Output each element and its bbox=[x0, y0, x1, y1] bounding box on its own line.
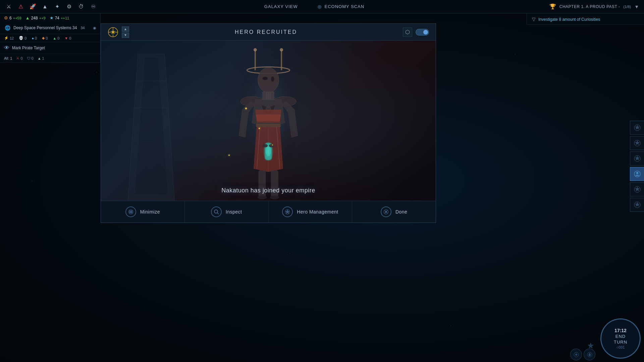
svg-point-17 bbox=[280, 48, 283, 52]
right-icon-1[interactable] bbox=[630, 121, 644, 135]
stat-skull-val: 0 bbox=[24, 36, 26, 40]
stat-circle-icon: ● bbox=[32, 36, 34, 40]
stat-up-val: 0 bbox=[57, 36, 59, 40]
right-icon-2[interactable] bbox=[630, 136, 644, 150]
svg-line-47 bbox=[217, 213, 219, 214]
stat-1: ● 0 bbox=[32, 36, 37, 40]
glow-dot-2 bbox=[259, 128, 260, 129]
diplomacy-icon[interactable]: ♾ bbox=[89, 2, 98, 11]
economy-scan-label: ECONOMY SCAN bbox=[324, 4, 364, 9]
end-turn-count: ○031 bbox=[616, 345, 625, 349]
stats-row: ⚡ 12 💀 0 ● 0 ◆ 0 ▲ 0 ▼ 0 bbox=[0, 34, 100, 42]
pirate-icon: 👁 bbox=[4, 45, 9, 51]
hero-management-button[interactable]: Hero Management bbox=[269, 201, 353, 223]
chapter-progress: (1/8) bbox=[624, 5, 631, 9]
minimize-label: Minimize bbox=[140, 209, 160, 215]
system-name: Deep Space Personnel Systems 34 bbox=[13, 25, 77, 30]
stat-industry-icon: ⚡ bbox=[4, 36, 9, 40]
food-resource: ▲ 248 ++9 bbox=[25, 15, 46, 20]
hero-join-text: Nakatuon has joined your empire bbox=[221, 187, 315, 194]
dialog-logo bbox=[108, 27, 118, 38]
glow-dot-3 bbox=[272, 144, 273, 145]
dialog-header-right: ⬡ bbox=[403, 27, 429, 37]
fleet-defense-icon: 🛡 bbox=[27, 56, 31, 60]
dialog-body: Nakatuon has joined your empire bbox=[101, 41, 436, 201]
hero-figure bbox=[218, 44, 319, 201]
top-bar: ⚔ ⚠ 🚀 ▲ ✦ ⚙ ⏱ ♾ GALAXY VIEW ◎ ECONOMY SC… bbox=[0, 0, 644, 13]
mark-target-label: Mark Pirate Target bbox=[12, 46, 45, 50]
industry-plus: ++59 bbox=[13, 16, 21, 20]
alert-icon[interactable]: ⚠ bbox=[16, 2, 25, 11]
left-ship-object bbox=[118, 47, 185, 201]
svg-rect-31 bbox=[256, 124, 281, 127]
dialog-header-left: ▲ ▼ bbox=[108, 26, 129, 38]
timer-icon[interactable]: ⏱ bbox=[76, 2, 86, 11]
system-count: 34 bbox=[80, 26, 85, 30]
right-icon-6[interactable] bbox=[630, 198, 644, 212]
fleet-icon[interactable]: 🚀 bbox=[28, 2, 38, 11]
hero-icon[interactable]: ✦ bbox=[52, 2, 62, 11]
minimap-circle-1[interactable] bbox=[570, 349, 582, 360]
industry-icon: ⚙ bbox=[4, 15, 8, 20]
svg-point-56 bbox=[636, 172, 638, 174]
corner-icon[interactable] bbox=[586, 341, 595, 350]
food-value: 248 bbox=[31, 16, 38, 20]
svg-point-18 bbox=[258, 68, 279, 93]
galaxy-view-button[interactable]: GALAXY VIEW bbox=[259, 0, 303, 13]
fleet-attack: ⚔ 0 bbox=[16, 56, 22, 60]
stat-skull-icon: 💀 bbox=[19, 36, 23, 40]
units-icon[interactable]: ⚔ bbox=[4, 2, 13, 11]
stat-2: ◆ 0 bbox=[42, 36, 48, 40]
stat-diamond-icon: ◆ bbox=[42, 36, 45, 40]
end-turn-time: 17:12 bbox=[614, 328, 627, 333]
stat-up-icon: ▲ bbox=[53, 36, 56, 40]
top-bar-right: 🏆 CHAPTER 1. A PROUD PAST - (1/8) ▼ bbox=[527, 3, 644, 10]
stat-circle-val: 0 bbox=[35, 36, 37, 40]
fleet-hero-icon: ▲ bbox=[38, 56, 41, 60]
settings-icon[interactable]: ⚙ bbox=[64, 2, 74, 11]
done-button[interactable]: Done bbox=[352, 201, 436, 223]
right-side-icons bbox=[630, 121, 644, 212]
top-bar-center: GALAXY VIEW ◎ ECONOMY SCAN bbox=[102, 0, 527, 13]
svg-point-36 bbox=[262, 144, 268, 147]
hero-management-icon bbox=[282, 206, 293, 217]
nav-up-arrow[interactable]: ▲ bbox=[122, 26, 129, 32]
inspect-button[interactable]: Inspect bbox=[185, 201, 269, 223]
svg-point-20 bbox=[271, 76, 274, 82]
stat-industry: ⚡ 12 bbox=[4, 36, 14, 40]
end-turn-button[interactable]: 17:12 END TURN ○031 bbox=[600, 318, 641, 359]
stat-3: ▲ 0 bbox=[53, 36, 59, 40]
stat-4: ▼ 0 bbox=[64, 36, 71, 40]
industry-resource: ⚙ 6 ++59 bbox=[4, 15, 21, 20]
minimize-icon bbox=[125, 206, 136, 217]
stat-diamond-val: 0 bbox=[46, 36, 48, 40]
dialog-header: ▲ ▼ HERO RECRUITED ⬡ bbox=[101, 24, 436, 41]
svg-point-37 bbox=[269, 144, 274, 147]
minimize-button[interactable]: Minimize bbox=[101, 201, 185, 223]
external-link-button[interactable]: ⬡ bbox=[403, 27, 412, 37]
colony-icon[interactable]: ▲ bbox=[40, 2, 50, 11]
svg-point-46 bbox=[214, 210, 218, 213]
toggle-switch[interactable] bbox=[416, 29, 429, 36]
svg-point-16 bbox=[254, 48, 257, 52]
glow-dot-4 bbox=[228, 155, 230, 156]
nav-down-arrow[interactable]: ▼ bbox=[122, 33, 129, 38]
dialog-footer: Minimize Inspect Hero Management bbox=[101, 201, 436, 223]
resource-bar: ⚙ 6 ++59 ▲ 248 ++9 ★ 74 ++11 bbox=[0, 13, 101, 23]
right-icon-4-active[interactable] bbox=[630, 167, 644, 181]
svg-point-41 bbox=[270, 195, 279, 199]
side-panel: 🌐 Deep Space Personnel Systems 34 34 ◉ ⚡… bbox=[0, 22, 101, 63]
chapter-panel: ▽ Investigate 8 amount of Curiosities bbox=[527, 13, 644, 25]
right-icon-5[interactable] bbox=[630, 182, 644, 196]
system-row[interactable]: 🌐 Deep Space Personnel Systems 34 34 ◉ bbox=[0, 22, 100, 34]
food-plus: ++9 bbox=[39, 16, 46, 20]
stat-industry-val: 12 bbox=[10, 36, 14, 40]
done-label: Done bbox=[395, 209, 407, 215]
fleet-row: All: 1 ⚔ 0 🛡 0 ▲ 1 bbox=[0, 54, 100, 62]
mark-pirate-target-row[interactable]: 👁 Mark Pirate Target bbox=[0, 42, 100, 54]
inspect-label: Inspect bbox=[226, 209, 242, 215]
right-icon-3[interactable] bbox=[630, 152, 644, 166]
end-turn-text: TURN bbox=[614, 340, 627, 345]
economy-scan-button[interactable]: ◎ ECONOMY SCAN bbox=[313, 0, 369, 13]
system-arrow: ◉ bbox=[93, 26, 96, 30]
